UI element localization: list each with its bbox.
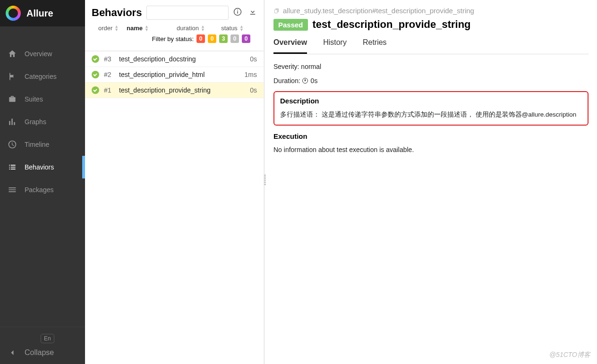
nav-label: Suites (25, 95, 43, 103)
layers-icon (8, 185, 17, 195)
search-input[interactable] (146, 6, 229, 20)
svg-rect-2 (237, 10, 238, 11)
language-button[interactable]: En (41, 334, 54, 343)
filter-failed[interactable]: 0 (196, 34, 205, 43)
nav-label: Packages (25, 186, 53, 194)
test-duration: 0s (250, 86, 257, 94)
tab-retries[interactable]: Retries (363, 38, 387, 54)
sort-name[interactable]: name▲▼ (127, 25, 167, 32)
test-row[interactable]: #3 test_description_docstring 0s (85, 51, 264, 67)
home-icon (8, 49, 17, 59)
test-id: #1 (104, 86, 114, 94)
test-name: test_description_docstring (119, 55, 245, 63)
list-icon (8, 162, 17, 172)
test-row[interactable]: #2 test_description_privide_html 1ms (85, 67, 264, 83)
nav-label: Categories (25, 73, 57, 80)
allure-logo-icon (6, 6, 21, 21)
description-body: 多行描述语： 这是通过传递字符串参数的方式添加的一段描述语， 使用的是装饰器@a… (280, 110, 582, 119)
sidebar-item-behaviors[interactable]: Behaviors (0, 156, 85, 178)
filter-unknown[interactable]: 0 (242, 34, 250, 43)
column-headers: order▲▼ name▲▼ duration▲▼ status▲▼ (92, 20, 257, 34)
nav-label: Overview (25, 50, 52, 58)
bar-chart-icon (8, 117, 17, 127)
tab-history[interactable]: History (323, 38, 347, 54)
filter-passed[interactable]: 3 (219, 34, 228, 43)
sort-order[interactable]: order▲▼ (98, 25, 124, 32)
test-id: #3 (104, 55, 114, 63)
clock-icon (8, 140, 17, 149)
filter-label: Filter by status: (152, 35, 194, 42)
brand-label: Allure (26, 8, 53, 19)
watermark: @51CTO博客 (549, 351, 590, 359)
nav-label: Graphs (25, 118, 46, 126)
status-passed-icon (92, 55, 99, 63)
collapse-button[interactable]: Collapse (8, 348, 77, 357)
info-icon[interactable] (233, 8, 242, 18)
test-id: #2 (104, 71, 114, 78)
test-title: test_description_provide_string (313, 18, 471, 31)
description-box: Description 多行描述语： 这是通过传递字符串参数的方式添加的一段描述… (273, 91, 588, 126)
detail-title-row: Passed test_description_provide_string (273, 18, 588, 31)
nav: Overview Categories Suites Graphs Timeli… (0, 26, 85, 327)
sidebar-item-suites[interactable]: Suites (0, 88, 85, 110)
sort-duration[interactable]: duration▲▼ (170, 25, 212, 32)
status-passed-icon (92, 86, 99, 94)
nav-label: Behaviors (25, 163, 54, 171)
status-filter: Filter by status: 0 0 3 0 0 (92, 34, 257, 47)
sidebar-item-categories[interactable]: Categories (0, 65, 85, 88)
pane-resize-handle[interactable] (264, 175, 266, 185)
tab-overview[interactable]: Overview (273, 38, 307, 54)
flag-icon (8, 72, 17, 81)
detail-tabs: Overview History Retries (273, 38, 588, 54)
sidebar-item-packages[interactable]: Packages (0, 178, 85, 201)
severity-row: Severity: normal (273, 63, 588, 70)
execution-body: No information about test execution is a… (273, 146, 588, 153)
test-duration: 0s (250, 55, 257, 63)
filter-broken[interactable]: 0 (208, 34, 216, 43)
test-name: test_description_privide_html (119, 71, 240, 78)
behaviors-header: Behaviors order▲▼ name▲▼ duration▲▼ stat… (85, 0, 264, 51)
sidebar-item-overview[interactable]: Overview (0, 42, 85, 65)
breadcrumb[interactable]: allure_study.test_description#test_descr… (273, 7, 588, 15)
behaviors-pane: Behaviors order▲▼ name▲▼ duration▲▼ stat… (85, 0, 265, 364)
download-icon[interactable] (248, 8, 257, 18)
sidebar: Allure Overview Categories Suites Graphs… (0, 0, 85, 364)
copy-icon (273, 8, 280, 14)
status-badge: Passed (273, 19, 308, 31)
collapse-label: Collapse (25, 348, 54, 357)
sidebar-item-graphs[interactable]: Graphs (0, 110, 85, 133)
page-title: Behaviors (92, 7, 142, 19)
sidebar-header: Allure (0, 0, 85, 26)
filter-skipped[interactable]: 0 (230, 34, 239, 43)
svg-rect-1 (237, 11, 238, 14)
test-row[interactable]: #1 test_description_provide_string 0s (85, 83, 264, 98)
sort-status[interactable]: status▲▼ (214, 25, 250, 32)
test-name: test_description_provide_string (119, 86, 245, 94)
status-passed-icon (92, 71, 99, 78)
test-list: #3 test_description_docstring 0s #2 test… (85, 51, 264, 98)
sidebar-footer: En Collapse (0, 327, 85, 364)
sidebar-item-timeline[interactable]: Timeline (0, 133, 85, 156)
test-detail-pane: allure_study.test_description#test_descr… (265, 0, 597, 364)
nav-label: Timeline (25, 141, 49, 148)
clock-icon (302, 78, 308, 84)
description-heading: Description (280, 97, 582, 105)
execution-heading: Execution (273, 132, 588, 140)
test-duration: 1ms (245, 71, 257, 78)
duration-row: Duration: 0s (273, 77, 588, 85)
chevron-left-icon (8, 348, 17, 357)
briefcase-icon (8, 94, 17, 104)
